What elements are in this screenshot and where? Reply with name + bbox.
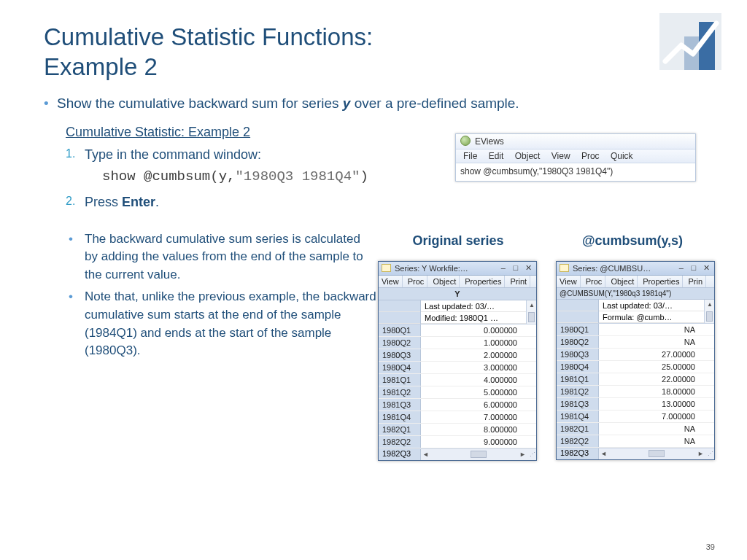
minimize-icon[interactable]: – xyxy=(676,263,686,272)
table-row: 1981Q14.000000 xyxy=(379,374,536,386)
close-icon[interactable]: ✕ xyxy=(701,263,711,273)
explanation-list: The backward cumulative sum series is ca… xyxy=(85,230,376,360)
chart-logo xyxy=(659,13,721,70)
column-header: @CUMBSUM(Y,"1980q3 1981q4") xyxy=(557,288,714,300)
minimize-icon[interactable]: – xyxy=(498,263,508,272)
command-window-title: EViews xyxy=(456,134,695,149)
command-window: EViews File Edit Object View Proc Quick … xyxy=(455,133,696,182)
table-row: 1980Q2NA xyxy=(557,336,714,349)
maximize-icon[interactable]: □ xyxy=(689,263,699,272)
series-toolbar: View Proc Object Properties Print xyxy=(379,276,536,288)
data-table: 1980Q10.000000 1980Q21.000000 1980Q32.00… xyxy=(379,324,536,448)
window-titlebar: Series: @CUMBSU… – □ ✕ xyxy=(557,262,714,276)
window-footer: 1982Q3 ◄►⋰ xyxy=(379,448,536,460)
hscroll[interactable]: ◄►⋰ xyxy=(421,449,536,460)
tb-view[interactable]: View xyxy=(557,276,581,287)
tb-view[interactable]: View xyxy=(379,276,403,287)
series-toolbar: View Proc Object Properties Prin xyxy=(557,276,714,288)
command-input[interactable]: show @cumbsum(y,"1980Q3 1981Q4") xyxy=(456,163,695,181)
table-row: 1980Q21.000000 xyxy=(379,337,536,349)
slide-title: Cumulative Statistic Functions: Example … xyxy=(44,22,703,82)
series-icon xyxy=(382,264,391,272)
table-row: 1980Q32.000000 xyxy=(379,349,536,362)
tb-properties[interactable]: Properties xyxy=(462,276,505,287)
vscroll[interactable]: ▲ xyxy=(704,300,714,323)
table-row: 1981Q313.00000 xyxy=(557,398,714,411)
column-header: Y xyxy=(379,288,536,300)
menu-edit[interactable]: Edit xyxy=(489,151,504,161)
tb-properties[interactable]: Properties xyxy=(640,276,683,287)
title-line2: Example 2 xyxy=(44,53,158,80)
table-row: 1982Q18.000000 xyxy=(379,424,536,436)
vscroll[interactable]: ▲ xyxy=(526,300,536,324)
menu-view[interactable]: View xyxy=(551,151,570,161)
table-row: 1981Q122.00000 xyxy=(557,373,714,386)
step-2: 2. Press Enter. xyxy=(85,195,703,210)
tb-proc[interactable]: Proc xyxy=(405,276,428,287)
meta-block: Last updated: 03/… Modified: 1980Q1 … ▲ xyxy=(379,300,536,324)
tb-object[interactable]: Object xyxy=(608,276,638,287)
command-window-menu: File Edit Object View Proc Quick xyxy=(456,149,695,163)
hscroll[interactable]: ◄►⋰ xyxy=(599,448,714,459)
table-row: 1981Q36.000000 xyxy=(379,399,536,411)
tb-print[interactable]: Print xyxy=(507,276,530,287)
meta-formula: Formula: @cumb… xyxy=(599,311,704,323)
menu-file[interactable]: File xyxy=(463,151,477,161)
table-row: 1981Q47.000000 xyxy=(379,411,536,424)
page-number: 39 xyxy=(706,542,715,551)
meta-updated: Last updated: 03/… xyxy=(421,300,526,312)
tb-object[interactable]: Object xyxy=(430,276,460,287)
close-icon[interactable]: ✕ xyxy=(523,263,533,273)
meta-block: Last updated: 03/… Formula: @cumb… ▲ xyxy=(557,300,714,324)
table-row: 1980Q1NA xyxy=(557,324,714,336)
data-table: 1980Q1NA 1980Q2NA 1980Q327.00000 1980Q42… xyxy=(557,324,714,448)
label-cumbsum: @cumbsum(y,s) xyxy=(556,233,709,249)
table-row: 1980Q43.000000 xyxy=(379,362,536,374)
table-row: 1982Q2NA xyxy=(557,435,714,448)
series-icon xyxy=(560,264,569,272)
explain-item: The backward cumulative sum series is ca… xyxy=(85,230,376,284)
table-row: 1981Q47.000000 xyxy=(557,411,714,423)
label-original: Original series xyxy=(385,233,531,249)
table-row: 1980Q425.00000 xyxy=(557,361,714,373)
menu-object[interactable]: Object xyxy=(515,151,541,161)
table-row: 1980Q327.00000 xyxy=(557,349,714,361)
explain-item: Note that, unlike the previous example, … xyxy=(85,288,376,360)
table-row: 1982Q29.000000 xyxy=(379,436,536,448)
eviews-app-icon xyxy=(460,136,471,146)
table-row: 1981Q218.00000 xyxy=(557,386,714,398)
meta-modified: Modified: 1980Q1 … xyxy=(421,312,526,324)
table-row: 1980Q10.000000 xyxy=(379,324,536,337)
title-line1: Cumulative Statistic Functions: xyxy=(44,23,373,50)
meta-updated: Last updated: 03/… xyxy=(599,300,704,311)
tb-print[interactable]: Prin xyxy=(685,276,706,287)
tb-proc[interactable]: Proc xyxy=(583,276,606,287)
window-footer: 1982Q3 ◄►⋰ xyxy=(557,448,714,459)
menu-proc[interactable]: Proc xyxy=(581,151,600,161)
window-titlebar: Series: Y Workfile:… – □ ✕ xyxy=(379,262,536,276)
table-row: 1982Q1NA xyxy=(557,423,714,435)
menu-quick[interactable]: Quick xyxy=(611,151,633,161)
table-row: 1981Q25.000000 xyxy=(379,386,536,399)
maximize-icon[interactable]: □ xyxy=(511,263,521,272)
series-window-cumbsum: Series: @CUMBSU… – □ ✕ View Proc Object … xyxy=(556,261,715,460)
main-bullet: Show the cumulative backward sum for ser… xyxy=(57,96,703,112)
series-window-original: Series: Y Workfile:… – □ ✕ View Proc Obj… xyxy=(378,261,537,461)
